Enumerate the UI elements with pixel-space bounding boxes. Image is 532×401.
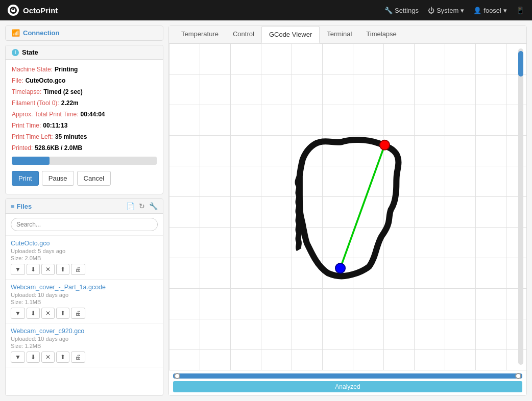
filament-value: 2.22m xyxy=(61,98,79,108)
approx-time-label: Approx. Total Print Time: xyxy=(12,110,79,119)
file-name-1[interactable]: Webcam_cover_-_Part_1a.gcode xyxy=(11,284,158,291)
progress-bar-container xyxy=(12,157,157,165)
brand-name: OctoPrint xyxy=(23,6,58,15)
file-print-btn-2[interactable]: 🖨 xyxy=(71,352,85,363)
mobile-link[interactable]: 📱 xyxy=(516,7,524,14)
file-select-btn-0[interactable]: ▼ xyxy=(11,264,25,275)
machine-state-label: Machine State: xyxy=(12,65,53,74)
file-download-btn-0[interactable]: ⬇ xyxy=(27,264,40,275)
search-input[interactable] xyxy=(11,218,158,231)
vertical-scrollbar[interactable] xyxy=(518,48,523,365)
gcode-viewer-canvas xyxy=(169,43,526,370)
file-actions-0: ▼ ⬇ ✕ ⬆ 🖨 xyxy=(11,264,158,275)
octoprint-logo xyxy=(8,5,19,16)
file-move-btn-0[interactable]: ⬆ xyxy=(56,264,69,275)
wrench-files-icon[interactable]: 🔧 xyxy=(149,202,158,210)
system-link[interactable]: ⏻ System ▾ xyxy=(428,7,464,14)
gcode-zigzag xyxy=(298,176,300,250)
file-size-1: Size: 1.1MB xyxy=(11,299,158,305)
filament-row: Filament (Tool 0): 2.22m xyxy=(12,98,157,108)
system-caret: ▾ xyxy=(461,7,464,14)
pause-button[interactable]: Pause xyxy=(42,171,74,186)
cancel-button[interactable]: Cancel xyxy=(77,171,111,186)
signal-icon: 📶 xyxy=(12,29,20,37)
tab-terminal[interactable]: Terminal xyxy=(320,26,359,43)
state-title: State xyxy=(22,48,38,56)
info-icon: i xyxy=(12,49,19,56)
file-download-btn-2[interactable]: ⬇ xyxy=(27,352,40,363)
timelapse-value: Timed (2 sec) xyxy=(43,87,82,96)
file-list: CuteOcto.gco Uploaded: 5 days ago Size: … xyxy=(6,236,163,367)
list-item: CuteOcto.gco Uploaded: 5 days ago Size: … xyxy=(6,236,163,280)
refresh-icon[interactable]: ↻ xyxy=(139,202,145,210)
analyzed-bar: Analyzed xyxy=(173,381,522,392)
file-name-0[interactable]: CuteOcto.gco xyxy=(11,240,158,247)
user-icon: 👤 xyxy=(473,7,481,14)
files-icons: 📄 ↻ 🔧 xyxy=(126,202,158,210)
search-container xyxy=(6,214,163,236)
layer-slider-row xyxy=(173,373,522,379)
file-actions-2: ▼ ⬇ ✕ ⬆ 🖨 xyxy=(11,352,158,363)
machine-state-row: Machine State: Printing xyxy=(12,65,157,74)
file-uploaded-0: Uploaded: 5 days ago xyxy=(11,248,158,254)
layer-slider-thumb-left[interactable] xyxy=(174,373,180,379)
tab-bar: Temperature Control GCode Viewer Termina… xyxy=(169,26,526,43)
print-time-left-label: Print Time Left: xyxy=(12,132,53,141)
state-header: i State xyxy=(6,45,163,60)
connection-title: Connection xyxy=(23,29,60,37)
printed-row: Printed: 528.6KB / 2.0MB xyxy=(12,143,157,153)
filament-label: Filament (Tool 0): xyxy=(12,98,59,108)
file-size-0: Size: 2.0MB xyxy=(11,255,158,261)
left-panel: 📶 Connection i State Machine State: Prin… xyxy=(5,26,163,396)
print-time-left-value: 35 minutes xyxy=(55,132,87,141)
scrollbar-thumb[interactable] xyxy=(518,51,523,77)
file-label: File: xyxy=(12,76,23,85)
viewer-bottom: Analyzed xyxy=(169,370,526,395)
navbar-brand: OctoPrint xyxy=(8,5,58,16)
gcode-svg xyxy=(169,43,526,370)
tab-timelapse[interactable]: Timelapse xyxy=(359,26,403,43)
file-move-btn-1[interactable]: ⬆ xyxy=(56,308,69,319)
state-body: Machine State: Printing File: CuteOcto.g… xyxy=(6,60,163,194)
print-time-row: Print Time: 00:11:13 xyxy=(12,121,157,130)
timelapse-row: Timelapse: Timed (2 sec) xyxy=(12,87,157,96)
print-time-value: 00:11:13 xyxy=(43,121,67,130)
file-print-btn-1[interactable]: 🖨 xyxy=(71,308,85,319)
list-item: Webcam_cover_-_Part_1a.gcode Uploaded: 1… xyxy=(6,280,163,323)
user-link[interactable]: 👤 foosel ▾ xyxy=(473,7,507,14)
printed-label: Printed: xyxy=(12,143,33,153)
gcode-current-pos xyxy=(380,140,390,150)
print-time-label: Print Time: xyxy=(12,121,41,130)
layer-slider[interactable] xyxy=(173,373,522,379)
new-file-icon[interactable]: 📄 xyxy=(126,202,135,210)
file-name-2[interactable]: Webcam_cover_c920.gco xyxy=(11,328,158,335)
tab-temperature[interactable]: Temperature xyxy=(174,26,226,43)
settings-link[interactable]: 🔧 Settings xyxy=(384,7,419,14)
list-icon: ≡ xyxy=(11,203,15,210)
timelapse-label: Timelapse: xyxy=(12,87,41,96)
navbar: OctoPrint 🔧 Settings ⏻ System ▾ 👤 foosel… xyxy=(0,0,532,20)
gcode-path-outer xyxy=(300,140,399,276)
file-delete-btn-1[interactable]: ✕ xyxy=(41,308,55,319)
print-button[interactable]: Print xyxy=(12,171,39,186)
gcode-start-pos xyxy=(335,263,345,273)
file-row: File: CuteOcto.gco xyxy=(12,76,157,85)
action-buttons-row: Print Pause Cancel xyxy=(12,169,157,189)
wrench-icon: 🔧 xyxy=(384,7,393,14)
tab-control[interactable]: Control xyxy=(226,26,261,43)
layer-slider-thumb-right[interactable] xyxy=(515,373,521,379)
file-print-btn-0[interactable]: 🖨 xyxy=(71,264,85,275)
file-move-btn-2[interactable]: ⬆ xyxy=(56,352,69,363)
file-download-btn-1[interactable]: ⬇ xyxy=(27,308,40,319)
approx-time-value: 00:44:04 xyxy=(81,110,105,119)
file-delete-btn-0[interactable]: ✕ xyxy=(41,264,55,275)
files-header: ≡ Files 📄 ↻ 🔧 xyxy=(6,199,163,214)
tab-gcode-viewer[interactable]: GCode Viewer xyxy=(261,26,320,43)
power-icon: ⏻ xyxy=(428,7,434,14)
file-select-btn-2[interactable]: ▼ xyxy=(11,352,25,363)
file-delete-btn-2[interactable]: ✕ xyxy=(41,352,55,363)
file-select-btn-1[interactable]: ▼ xyxy=(11,308,25,319)
main-layout: 📶 Connection i State Machine State: Prin… xyxy=(0,20,532,401)
printed-value: 528.6KB / 2.0MB xyxy=(35,143,82,153)
file-value: CuteOcto.gco xyxy=(26,76,66,85)
